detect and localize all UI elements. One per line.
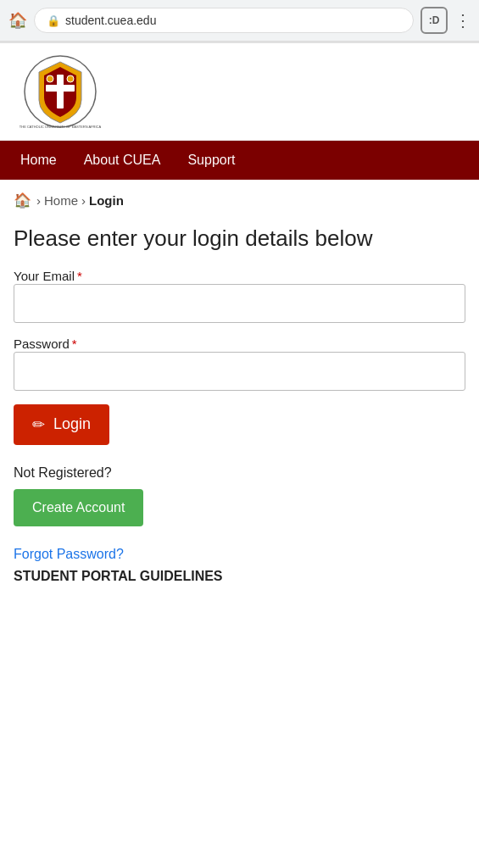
breadcrumb: 🏠 › Home › Login [0, 180, 479, 216]
nav-bar: Home About CUEA Support [0, 141, 479, 180]
nav-item-about[interactable]: About CUEA [70, 141, 175, 180]
nav-item-support[interactable]: Support [174, 141, 248, 180]
login-button[interactable]: ✏ Login [14, 404, 109, 445]
more-options-icon[interactable]: ⋮ [454, 10, 471, 31]
browser-chrome: 🏠 🔒 student.cuea.edu :D ⋮ [0, 0, 479, 42]
email-field-group: Your Email* [14, 269, 465, 337]
email-label: Your Email* [14, 269, 82, 283]
breadcrumb-home-link[interactable]: Home [44, 193, 78, 208]
page-content: THE CATHOLIC UNIVERSITY OF EASTERN AFRIC… [0, 43, 479, 609]
login-button-label: Login [53, 415, 91, 433]
browser-home-icon[interactable]: 🏠 [8, 11, 27, 30]
url-text: student.cuea.edu [65, 14, 156, 27]
password-required-star: * [72, 337, 77, 351]
portal-guidelines-label: STUDENT PORTAL GUIDELINES [14, 569, 465, 584]
form-title: Please enter your login details below [14, 225, 465, 253]
password-label: Password* [14, 337, 77, 351]
logo-area: THE CATHOLIC UNIVERSITY OF EASTERN AFRIC… [0, 43, 479, 141]
breadcrumb-home-icon[interactable]: 🏠 [14, 192, 31, 209]
breadcrumb-current: Login [89, 193, 124, 208]
breadcrumb-sep-2: › [81, 193, 86, 208]
svg-rect-2 [46, 85, 75, 92]
password-input[interactable] [14, 352, 465, 391]
svg-point-3 [47, 75, 53, 82]
email-input[interactable] [14, 284, 465, 323]
form-area: Please enter your login details below Yo… [0, 216, 479, 609]
address-bar[interactable]: 🔒 student.cuea.edu [34, 8, 414, 33]
breadcrumb-sep-1: › [36, 193, 41, 208]
lock-icon: 🔒 [47, 14, 60, 27]
password-field-group: Password* [14, 337, 465, 404]
login-pencil-icon: ✏ [32, 415, 45, 434]
svg-text:THE CATHOLIC UNIVERSITY OF EAS: THE CATHOLIC UNIVERSITY OF EASTERN AFRIC… [19, 125, 102, 129]
create-account-button[interactable]: Create Account [14, 489, 143, 526]
forgot-password-link[interactable]: Forgot Password? [14, 547, 465, 562]
nav-item-home[interactable]: Home [7, 141, 70, 180]
tab-icon-label: :D [429, 14, 440, 26]
tab-icon-button[interactable]: :D [421, 7, 448, 34]
email-required-star: * [77, 269, 82, 283]
university-crest: THE CATHOLIC UNIVERSITY OF EASTERN AFRIC… [14, 53, 107, 130]
not-registered-text: Not Registered? [14, 465, 465, 481]
svg-point-4 [67, 75, 74, 82]
